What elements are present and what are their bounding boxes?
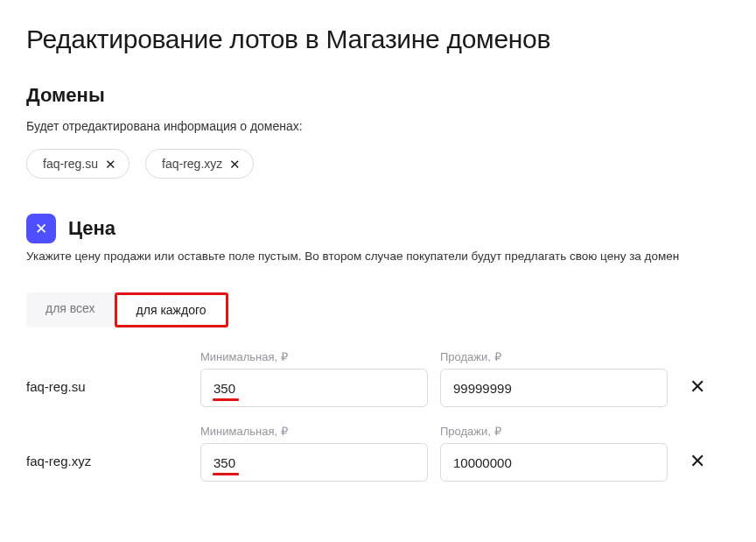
close-icon[interactable]: ✕ xyxy=(105,158,116,171)
min-price-label: Минимальная, ₽ xyxy=(200,425,428,438)
price-section-title: Цена xyxy=(68,217,116,240)
close-icon: ✕ xyxy=(690,450,705,472)
price-section-desc: Укажите цену продажи или оставьте поле п… xyxy=(26,249,730,264)
price-section-close-button[interactable]: ✕ xyxy=(26,214,56,243)
min-price-input[interactable] xyxy=(200,443,428,482)
close-icon: ✕ xyxy=(690,376,705,398)
page-title: Редактирование лотов в Магазине доменов xyxy=(26,25,730,54)
domain-chip[interactable]: faq-reg.xyz ✕ xyxy=(145,149,254,179)
domains-section-title: Домены xyxy=(26,84,730,107)
domains-section-desc: Будет отредактирована информация о домен… xyxy=(26,119,730,133)
row-domain-label: faq-reg.xyz xyxy=(26,438,188,468)
domain-chip-label: faq-reg.su xyxy=(43,157,98,171)
tab-for-each[interactable]: для каждого xyxy=(115,292,228,327)
delete-row-button[interactable]: ✕ xyxy=(680,436,715,471)
price-row: faq-reg.su Минимальная, ₽ Продажи, ₽ ✕ xyxy=(26,350,730,407)
min-price-label: Минимальная, ₽ xyxy=(200,350,428,363)
row-domain-label: faq-reg.su xyxy=(26,363,188,394)
min-price-input[interactable] xyxy=(200,369,428,407)
price-mode-tabs: для всех для каждого xyxy=(26,292,730,327)
sale-price-label: Продажи, ₽ xyxy=(440,425,668,438)
sale-price-input[interactable] xyxy=(440,443,668,482)
domain-chips-row: faq-reg.su ✕ faq-reg.xyz ✕ xyxy=(26,149,730,179)
close-icon[interactable]: ✕ xyxy=(229,158,241,171)
sale-price-label: Продажи, ₽ xyxy=(440,350,668,363)
price-row: faq-reg.xyz Минимальная, ₽ Продажи, ₽ ✕ xyxy=(26,425,730,482)
domain-chip[interactable]: faq-reg.su ✕ xyxy=(26,149,130,179)
price-rows: faq-reg.su Минимальная, ₽ Продажи, ₽ ✕ f… xyxy=(26,350,730,482)
domain-chip-label: faq-reg.xyz xyxy=(162,157,222,171)
tab-for-all[interactable]: для всех xyxy=(26,292,115,327)
close-icon: ✕ xyxy=(35,220,47,238)
delete-row-button[interactable]: ✕ xyxy=(680,362,715,397)
price-header: ✕ Цена xyxy=(26,214,730,243)
sale-price-input[interactable] xyxy=(440,369,668,407)
